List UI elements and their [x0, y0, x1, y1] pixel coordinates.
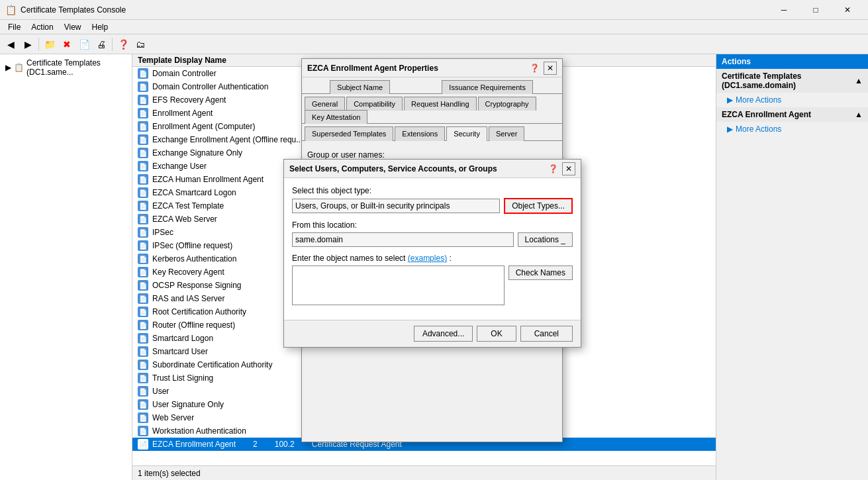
- location-input[interactable]: [292, 232, 514, 247]
- template-icon: 📄: [138, 346, 148, 357]
- menu-help[interactable]: Help: [87, 21, 114, 33]
- object-type-row: Select this object type: Object Types...: [292, 186, 573, 214]
- help-icon[interactable]: ❓: [530, 64, 540, 73]
- advanced-footer-button[interactable]: Advanced...: [414, 326, 473, 342]
- toolbar: ◀ ▶ 📁 ✖ 📄 🖨 ❓ 🗂: [0, 34, 868, 54]
- toolbar-print[interactable]: 🖨: [93, 36, 109, 52]
- close-button[interactable]: ✕: [832, 0, 863, 20]
- template-icon: 📄: [138, 426, 148, 436]
- tab-bar: General Compatibility Request Handling C…: [302, 94, 562, 124]
- group-label: Group or user names:: [307, 150, 557, 160]
- tab-security[interactable]: Security: [446, 126, 487, 141]
- status-bar: 1 item(s) selected: [132, 465, 716, 480]
- tab-extensions[interactable]: Extensions: [395, 126, 445, 141]
- arrow-icon: ▶: [727, 124, 733, 134]
- actions-header: Actions: [716, 54, 868, 69]
- toolbar-grid[interactable]: 🗂: [132, 36, 148, 52]
- select-users-title: Select Users, Computers, Service Account…: [289, 164, 548, 173]
- template-icon: 📄: [138, 68, 148, 79]
- tree-expand-icon: ▶: [5, 63, 11, 72]
- menu-action[interactable]: Action: [26, 21, 58, 33]
- tab-cryptography[interactable]: Cryptography: [478, 97, 536, 111]
- template-icon: 📄: [138, 439, 148, 450]
- object-types-button[interactable]: Object Types...: [504, 198, 573, 214]
- check-names-button[interactable]: Check Names: [508, 265, 573, 280]
- examples-link[interactable]: (examples): [408, 254, 447, 263]
- maximize-button[interactable]: □: [800, 0, 831, 20]
- template-icon: 📄: [138, 412, 148, 423]
- template-icon: 📄: [138, 108, 148, 119]
- action-more-actions-2[interactable]: ▶ More Actions: [716, 122, 868, 136]
- toolbar-separator-2: [112, 38, 113, 51]
- template-icon: 📄: [138, 280, 148, 291]
- template-icon: 📄: [138, 399, 148, 410]
- template-icon: 📄: [138, 267, 148, 277]
- help-icon[interactable]: ❓: [548, 164, 558, 173]
- names-inline: Check Names: [292, 265, 573, 305]
- tree-root-label: Certificate Templates (DC1.same...: [26, 58, 126, 77]
- window-controls: ─ □ ✕: [769, 0, 863, 20]
- action-more-actions-1[interactable]: ▶ More Actions: [716, 93, 868, 107]
- names-label: Enter the object names to select (exampl…: [292, 254, 573, 263]
- select-users-ok[interactable]: OK: [477, 326, 516, 342]
- tab-superseded[interactable]: Superseded Templates: [305, 126, 393, 141]
- select-users-titlebar: Select Users, Computers, Service Account…: [284, 160, 581, 178]
- location-label: From this location:: [292, 220, 573, 230]
- window-title: Certificate Templates Console: [21, 5, 769, 15]
- toolbar-back[interactable]: ◀: [3, 36, 19, 52]
- template-icon: 📄: [138, 214, 148, 224]
- toolbar-delete[interactable]: ✖: [59, 36, 75, 52]
- app-icon: 📋: [5, 5, 17, 15]
- tab-issuance[interactable]: Issuance Requirements: [442, 80, 533, 94]
- title-bar: 📋 Certificate Templates Console ─ □ ✕: [0, 0, 868, 20]
- template-icon: 📄: [138, 254, 148, 264]
- right-panel: Actions Certificate Templates (DC1.same.…: [716, 54, 868, 480]
- template-icon: 📄: [138, 240, 148, 251]
- menu-view[interactable]: View: [59, 21, 87, 33]
- select-users-cancel[interactable]: Cancel: [520, 326, 573, 342]
- toolbar-separator-1: [38, 38, 39, 51]
- template-icon: 📄: [138, 95, 148, 105]
- toolbar-folder[interactable]: 📁: [42, 36, 58, 52]
- tree-root-item[interactable]: ▶ 📋 Certificate Templates (DC1.same...: [3, 57, 129, 78]
- toolbar-help[interactable]: ❓: [115, 36, 131, 52]
- menu-bar: File Action View Help: [0, 20, 868, 34]
- tab-subject-name[interactable]: Subject Name: [330, 80, 390, 94]
- tab-key-attestation[interactable]: Key Attestation: [305, 110, 367, 124]
- template-icon: 📄: [138, 187, 148, 198]
- props-dialog-close[interactable]: ✕: [544, 62, 557, 75]
- location-row: From this location: Locations _: [292, 220, 573, 247]
- object-type-label: Select this object type:: [292, 186, 573, 195]
- template-icon: 📄: [138, 333, 148, 344]
- minimize-button[interactable]: ─: [769, 0, 799, 20]
- toolbar-forward[interactable]: ▶: [20, 36, 36, 52]
- toolbar-copy[interactable]: 📄: [76, 36, 92, 52]
- template-icon: 📄: [138, 148, 148, 158]
- tab-general[interactable]: General: [305, 97, 345, 111]
- select-users-dialog: Select Users, Computers, Service Account…: [283, 159, 581, 348]
- names-row: Enter the object names to select (exampl…: [292, 254, 573, 305]
- tab-server[interactable]: Server: [489, 126, 524, 141]
- object-type-inline: Object Types...: [292, 198, 573, 214]
- names-textarea[interactable]: [292, 265, 505, 305]
- select-users-footer: Advanced... OK Cancel: [284, 320, 581, 347]
- tree-icon: 📋: [14, 63, 24, 72]
- collapse-icon: ▲: [855, 76, 863, 85]
- template-icon: 📄: [138, 360, 148, 370]
- menu-file[interactable]: File: [3, 21, 26, 33]
- object-type-input[interactable]: [292, 199, 500, 213]
- locations-button[interactable]: Locations _: [518, 232, 573, 247]
- template-icon: 📄: [138, 134, 148, 145]
- action-section-ezca[interactable]: EZCA Enrollment Agent ▲: [716, 107, 868, 122]
- template-icon: 📄: [138, 201, 148, 211]
- status-text: 1 item(s) selected: [138, 469, 201, 478]
- action-section-cert-templates[interactable]: Certificate Templates (DC1.same.domain) …: [716, 69, 868, 93]
- props-dialog-title: EZCA Enrollment Agent Properties: [307, 64, 530, 73]
- tab-request-handling[interactable]: Request Handling: [404, 97, 476, 111]
- tab-compatibility[interactable]: Compatibility: [346, 97, 403, 111]
- tab-bar-2: Superseded Templates Extensions Security…: [302, 124, 562, 141]
- template-icon: 📄: [138, 174, 148, 185]
- template-icon: 📄: [138, 293, 148, 304]
- select-users-close[interactable]: ✕: [562, 162, 575, 175]
- template-icon: 📄: [138, 320, 148, 330]
